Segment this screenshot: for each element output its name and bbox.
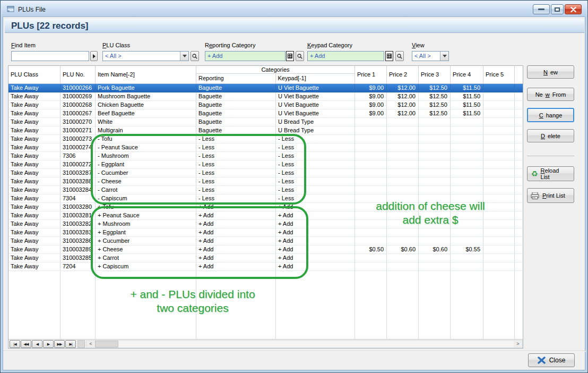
scroll-left-icon[interactable]: < — [87, 341, 95, 347]
nav-prior-page-button[interactable]: ◀◀ — [21, 340, 31, 348]
keypad-category-input[interactable]: + Add — [307, 51, 384, 61]
col-header-price3[interactable]: Price 3 — [419, 66, 451, 83]
cell-price2 — [387, 126, 419, 134]
cell-plu-no: 310003280 — [60, 203, 96, 211]
cell-keypad: U Viet Baguette — [276, 101, 355, 109]
col-header-plu-class[interactable]: PLU Class — [8, 66, 60, 83]
blue-x-icon — [538, 357, 546, 364]
cell-price1 — [355, 169, 387, 177]
cell-price2 — [387, 177, 419, 185]
nav-next-page-button[interactable]: ▶▶ — [54, 340, 65, 348]
titlebar[interactable]: PLUs File — [1, 1, 587, 17]
reporting-category-input[interactable]: + Add — [205, 51, 286, 61]
reporting-category-label: Reporting Category — [205, 42, 255, 48]
cell-price3 — [419, 177, 451, 185]
keypad-lookup-button[interactable] — [395, 51, 404, 61]
cell-price2 — [387, 135, 419, 143]
cell-item-name: White — [96, 118, 196, 126]
delete-button[interactable]: Delete — [527, 129, 574, 142]
cell-price1: $9.00 — [355, 92, 387, 100]
close-icon[interactable] — [565, 4, 582, 14]
cell-price3 — [419, 186, 451, 194]
reporting-lookup-button[interactable] — [296, 51, 304, 61]
record-navigator: |◀◀◀◀▶▶▶▶| < > — [8, 339, 523, 348]
chevron-down-icon[interactable] — [440, 52, 448, 61]
cell-price1: $9.00 — [355, 84, 387, 92]
cell-plu-class: Take Away — [8, 109, 60, 117]
col-header-price1[interactable]: Price 1 — [355, 66, 387, 83]
cell-price2 — [387, 143, 419, 151]
scroll-track[interactable] — [118, 341, 514, 347]
nav-last-button[interactable]: ▶| — [65, 340, 76, 348]
scroll-right-icon[interactable]: > — [514, 341, 522, 347]
cell-item-name: Mushroom Baguette — [96, 92, 196, 100]
cell-price2 — [387, 228, 419, 236]
col-header-plu-no[interactable]: PLU No. — [60, 66, 96, 83]
recycle-icon: ♻ — [531, 170, 538, 177]
cell-price2 — [387, 118, 419, 126]
find-go-button[interactable] — [90, 51, 98, 61]
chevron-down-icon[interactable] — [180, 52, 188, 61]
col-header-price5[interactable]: Price 5 — [483, 66, 515, 83]
col-header-item-name[interactable]: Item Name[-2] — [96, 66, 196, 83]
col-header-price4[interactable]: Price 4 — [451, 66, 483, 83]
cell-price5 — [483, 245, 515, 253]
cell-price3 — [419, 228, 451, 236]
table-row[interactable]: Take Away310000266Pork BaguetteBaguetteU… — [8, 84, 523, 92]
col-header-keypad[interactable]: Keypad[-1] — [276, 74, 355, 83]
plu-class-lookup-button[interactable] — [191, 51, 199, 61]
cell-price4: $11.50 — [451, 101, 483, 109]
cell-price4 — [451, 237, 483, 245]
cell-plu-class: Take Away — [8, 143, 60, 151]
cell-price3: $12.50 — [419, 101, 451, 109]
cell-plu-no: 310000273 — [60, 135, 96, 143]
find-item-input[interactable] — [11, 51, 89, 61]
cell-price3: $12.50 — [419, 92, 451, 100]
table-row[interactable]: Take Away310000267Beef BaguetteBaguetteU… — [8, 109, 523, 118]
cell-price4 — [451, 262, 483, 270]
print-list-button[interactable]: Print List — [527, 188, 574, 203]
cell-price5 — [483, 143, 515, 151]
cell-price1 — [355, 160, 387, 168]
nav-next-button[interactable]: ▶ — [43, 340, 54, 348]
new-button[interactable]: New — [527, 65, 574, 79]
cell-filler — [515, 160, 523, 168]
cell-price2 — [387, 160, 419, 168]
table-row[interactable]: Take Away310000270WhiteBaguetteU Bread T… — [8, 118, 523, 126]
table-row[interactable]: Take Away310000268Chicken BaguetteBaguet… — [8, 101, 523, 109]
nav-first-button[interactable]: |◀ — [10, 340, 20, 348]
minimize-icon[interactable] — [533, 4, 550, 14]
keypad-category-label: Keypad Category — [307, 42, 352, 48]
maximize-icon[interactable] — [551, 4, 564, 14]
col-header-reporting[interactable]: Reporting — [196, 74, 276, 83]
col-header-price2[interactable]: Price 2 — [387, 66, 419, 83]
cell-price3: $12.50 — [419, 109, 451, 117]
new-from-button[interactable]: New From — [527, 88, 574, 101]
cell-plu-no: 310000269 — [60, 92, 96, 100]
cell-plu-class: Take Away — [8, 245, 60, 253]
cell-filler — [515, 135, 523, 143]
view-combo[interactable]: < All > — [412, 51, 449, 61]
plu-class-combo[interactable]: < All > — [102, 51, 189, 61]
hscrollbar[interactable]: < > — [86, 340, 523, 348]
table-row[interactable]: Take Away310000269Mushroom BaguetteBague… — [8, 92, 523, 101]
reload-list-button[interactable]: ♻ Reload List — [527, 166, 574, 181]
change-button[interactable]: Change — [527, 108, 574, 122]
cell-price4 — [451, 143, 483, 151]
annotation-note-categories: + and - PLUs divided into two categories — [105, 287, 280, 315]
cell-filler — [515, 109, 523, 117]
cell-price3 — [419, 237, 451, 245]
cell-price1 — [355, 228, 387, 236]
keypad-grid-button[interactable] — [385, 51, 393, 61]
magnifier-icon — [192, 54, 197, 59]
cell-price5 — [483, 92, 515, 100]
grid-icon — [387, 54, 392, 58]
cell-price1 — [355, 152, 387, 160]
cell-keypad: U Viet Baguette — [276, 109, 355, 117]
reporting-grid-button[interactable] — [286, 51, 294, 61]
annotation-circle-add-group — [91, 206, 308, 279]
plu-class-value: < All > — [103, 52, 180, 61]
close-button[interactable]: Close — [528, 353, 575, 367]
scroll-thumb[interactable] — [95, 341, 118, 347]
nav-prior-button[interactable]: ◀ — [32, 340, 42, 348]
